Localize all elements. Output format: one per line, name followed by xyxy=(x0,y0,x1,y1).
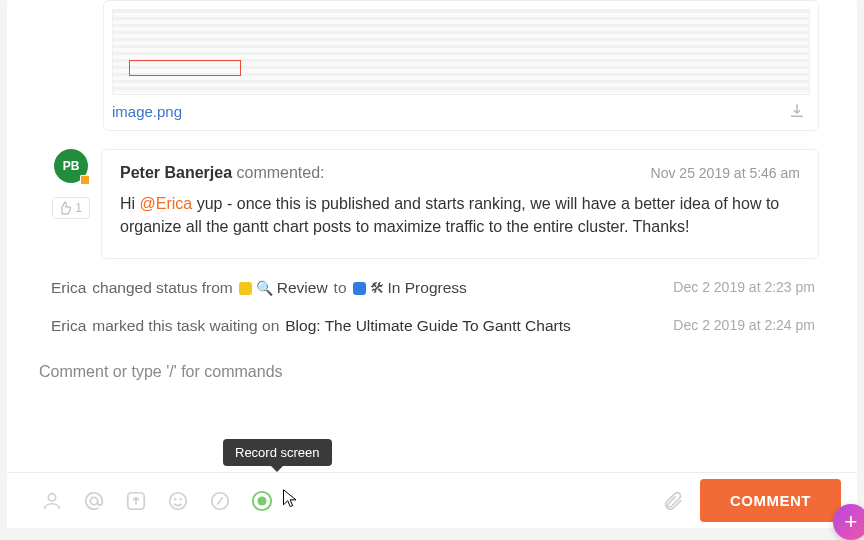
comment-body-rest: yup - once this is published and starts … xyxy=(120,195,779,235)
activity-actor[interactable]: Erica xyxy=(51,317,86,335)
slash-command-icon[interactable] xyxy=(209,490,231,512)
status-color-icon xyxy=(353,282,366,295)
like-button[interactable]: 1 xyxy=(52,197,90,219)
download-icon[interactable] xyxy=(788,102,806,120)
activity-timestamp: Dec 2 2019 at 2:23 pm xyxy=(673,279,815,297)
record-screen-icon[interactable] xyxy=(251,490,273,512)
comment-author[interactable]: Peter Banerjea xyxy=(120,164,232,181)
activity-text: changed status from xyxy=(92,279,232,297)
upload-icon[interactable] xyxy=(125,490,147,512)
avatar-initials: PB xyxy=(63,159,80,173)
comment-card: Peter Banerjea commented: Nov 25 2019 at… xyxy=(101,149,819,259)
comment-body: Hi @Erica yup - once this is published a… xyxy=(120,192,800,238)
svg-point-5 xyxy=(180,498,181,499)
composer-toolbar: COMMENT xyxy=(7,472,857,528)
hammer-icon: 🛠 xyxy=(370,280,384,296)
status-to-label: In Progress xyxy=(388,279,467,297)
assign-icon[interactable] xyxy=(41,490,63,512)
emoji-icon[interactable] xyxy=(167,490,189,512)
activity-actor[interactable]: Erica xyxy=(51,279,86,297)
status-from-label: Review xyxy=(277,279,328,297)
comment-timestamp: Nov 25 2019 at 5:46 am xyxy=(651,165,800,181)
activity-status-change: Erica changed status from 🔍 Review to 🛠 … xyxy=(51,279,815,297)
activity-text: marked this task waiting on xyxy=(92,317,279,335)
composer xyxy=(37,357,819,387)
svg-point-0 xyxy=(48,493,55,500)
attachment-card: image.png xyxy=(103,0,819,131)
linked-task[interactable]: Blog: The Ultimate Guide To Gantt Charts xyxy=(285,317,570,335)
attach-icon[interactable] xyxy=(662,490,684,512)
comment-row: PB 1 Peter Banerjea commented: Nov 25 20… xyxy=(51,149,819,259)
activity-mid: to xyxy=(334,279,347,297)
comment-button[interactable]: COMMENT xyxy=(700,479,841,522)
tooltip-record-screen: Record screen xyxy=(223,439,332,466)
avatar[interactable]: PB xyxy=(54,149,88,183)
activity-waiting-on: Erica marked this task waiting on Blog: … xyxy=(51,317,815,335)
magnifier-icon: 🔍 xyxy=(256,280,273,296)
like-count: 1 xyxy=(75,201,82,215)
svg-point-4 xyxy=(175,498,176,499)
fab-add[interactable]: + xyxy=(833,504,864,540)
status-badge xyxy=(80,175,90,185)
mention[interactable]: @Erica xyxy=(140,195,193,212)
comment-input[interactable] xyxy=(37,357,819,387)
attachment-filename[interactable]: image.png xyxy=(112,103,810,120)
svg-point-1 xyxy=(90,497,97,504)
comment-verb: commented: xyxy=(232,164,324,181)
status-from: 🔍 Review xyxy=(239,279,328,297)
activity-timestamp: Dec 2 2019 at 2:24 pm xyxy=(673,317,815,335)
mention-icon[interactable] xyxy=(83,490,105,512)
status-to: 🛠 In Progress xyxy=(353,279,467,297)
status-color-icon xyxy=(239,282,252,295)
svg-point-3 xyxy=(170,492,187,509)
attachment-thumbnail[interactable] xyxy=(112,9,810,95)
comment-body-prefix: Hi xyxy=(120,195,140,212)
svg-point-8 xyxy=(257,496,266,505)
